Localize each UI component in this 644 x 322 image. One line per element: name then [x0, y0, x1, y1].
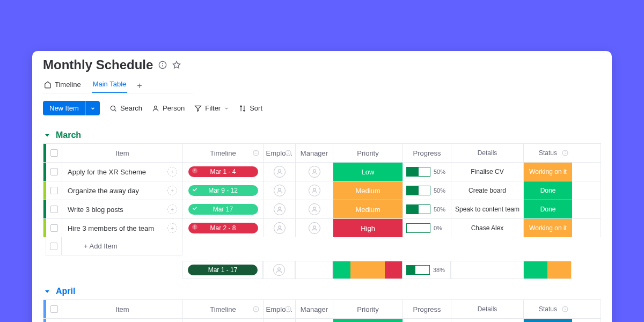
filter-button[interactable]: Filter	[194, 104, 229, 112]
add-item-button[interactable]: + Add Item	[62, 237, 182, 255]
avatar-empty-icon[interactable]	[274, 222, 286, 234]
avatar-empty-icon[interactable]	[309, 222, 320, 234]
employee-cell[interactable]	[264, 319, 296, 322]
priority-cell[interactable]: Low	[333, 319, 403, 322]
col-item[interactable]: Item	[62, 144, 183, 162]
col-item[interactable]: Item	[62, 300, 183, 318]
add-view-button[interactable]: +	[137, 81, 142, 91]
status-cell[interactable]: Done	[524, 181, 572, 200]
new-item-dropdown[interactable]	[85, 101, 100, 115]
avatar-empty-icon[interactable]	[274, 166, 286, 178]
col-timeline[interactable]: Timeline	[183, 300, 264, 318]
status-cell[interactable]: Not yet	[524, 319, 572, 322]
avatar-empty-icon[interactable]	[309, 185, 320, 196]
timeline-cell[interactable]: Mar 9 - 12	[183, 181, 264, 200]
manager-cell[interactable]	[296, 181, 333, 200]
avatar-empty-icon[interactable]	[309, 203, 320, 215]
manager-cell[interactable]	[296, 319, 333, 322]
col-progress[interactable]: Progress	[403, 300, 451, 318]
info-icon[interactable]	[284, 305, 292, 313]
details-cell[interactable]: Speak to content team	[451, 200, 524, 218]
employee-cell[interactable]	[264, 200, 296, 218]
item-name: Hire 3 members of the team	[68, 224, 167, 232]
timeline-cell[interactable]: Mar 1 - 4	[183, 163, 264, 181]
progress-cell[interactable]: 50%	[403, 181, 451, 200]
star-icon[interactable]	[172, 61, 181, 69]
tab-divider	[43, 93, 193, 93]
item-cell[interactable]: Plan the next TED talk+	[62, 319, 183, 322]
search-button[interactable]: Search	[109, 104, 142, 112]
row-checkbox[interactable]	[46, 319, 62, 322]
employee-cell[interactable]	[264, 163, 296, 181]
progress-cell[interactable]: 0%	[403, 219, 451, 237]
item-cell[interactable]: Apply for the XR Scheme+	[62, 163, 183, 181]
info-icon[interactable]	[252, 149, 260, 157]
summary-employee	[263, 261, 295, 279]
priority-cell[interactable]: High	[333, 219, 403, 237]
row-checkbox[interactable]	[46, 163, 62, 181]
add-subitem-icon[interactable]: +	[167, 223, 177, 233]
timeline-cell[interactable]: Mar 17	[183, 200, 264, 218]
add-subitem-icon[interactable]: +	[167, 186, 177, 195]
manager-cell[interactable]	[296, 200, 333, 218]
status-cell[interactable]: Working on it	[524, 219, 572, 237]
progress-cell[interactable]: 50%	[403, 163, 451, 181]
col-status[interactable]: Status	[524, 144, 572, 162]
employee-cell[interactable]	[264, 181, 296, 200]
group-header[interactable]: March	[43, 130, 601, 140]
details-cell[interactable]: Create board	[451, 181, 524, 200]
row-checkbox[interactable]	[46, 181, 62, 200]
priority-cell[interactable]: Medium	[333, 181, 403, 200]
tab-timeline[interactable]: Timeline	[43, 78, 82, 93]
col-employee[interactable]: Emplo…	[264, 144, 296, 162]
col-priority[interactable]: Priority	[333, 300, 403, 318]
timeline-cell[interactable]: Apr 1 - 8	[183, 319, 264, 322]
col-manager[interactable]: Manager	[296, 144, 333, 162]
item-cell[interactable]: Organize the away day+	[62, 181, 183, 200]
row-checkbox[interactable]	[46, 219, 62, 237]
col-timeline[interactable]: Timeline	[183, 144, 264, 162]
col-employee[interactable]: Emplo…	[264, 300, 296, 318]
manager-cell[interactable]	[296, 163, 333, 181]
progress-cell[interactable]: 50%	[403, 319, 451, 322]
col-manager[interactable]: Manager	[296, 300, 333, 318]
employee-cell[interactable]	[264, 219, 296, 237]
info-icon[interactable]	[561, 149, 569, 157]
new-item-button[interactable]: New Item	[43, 101, 85, 115]
avatar-empty-icon[interactable]	[274, 185, 286, 196]
select-all-checkbox[interactable]	[46, 300, 62, 318]
info-icon[interactable]	[252, 305, 260, 313]
priority-cell[interactable]: Low	[333, 163, 403, 181]
item-cell[interactable]: Hire 3 members of the team+	[62, 219, 183, 237]
avatar-empty-icon[interactable]	[274, 203, 286, 215]
avatar-empty-icon[interactable]	[309, 166, 320, 178]
add-subitem-icon[interactable]: +	[167, 167, 177, 177]
info-icon[interactable]	[561, 305, 569, 313]
details-cell[interactable]: Chase Alex	[451, 219, 524, 237]
priority-cell[interactable]: Medium	[333, 200, 403, 218]
col-status[interactable]: Status	[524, 300, 572, 318]
timeline-cell[interactable]: Mar 2 - 8	[183, 219, 264, 237]
manager-cell[interactable]	[296, 219, 333, 237]
item-cell[interactable]: Write 3 blog posts+	[62, 200, 183, 218]
info-icon[interactable]	[158, 61, 167, 69]
details-cell[interactable]: Watch online for inspiration	[451, 319, 524, 322]
col-progress[interactable]: Progress	[403, 144, 451, 162]
group-header[interactable]: April	[43, 287, 601, 296]
col-details[interactable]: Details	[451, 300, 524, 318]
col-priority[interactable]: Priority	[333, 144, 403, 162]
add-subitem-icon[interactable]: +	[167, 204, 177, 214]
row-checkbox[interactable]	[46, 200, 62, 218]
row-checkbox[interactable]	[46, 237, 62, 255]
select-all-checkbox[interactable]	[46, 144, 62, 162]
col-details[interactable]: Details	[451, 144, 524, 162]
person-filter-button[interactable]: Person	[152, 104, 185, 112]
details-cell[interactable]: Finalise CV	[451, 163, 524, 181]
info-icon[interactable]	[284, 149, 292, 157]
sort-button[interactable]: Sort	[239, 104, 262, 112]
status-cell[interactable]: Done	[524, 200, 572, 218]
tab-main-table[interactable]: Main Table	[92, 78, 128, 93]
avatar-empty-icon[interactable]	[273, 264, 285, 276]
status-cell[interactable]: Working on it	[524, 163, 572, 181]
progress-cell[interactable]: 50%	[403, 200, 451, 218]
